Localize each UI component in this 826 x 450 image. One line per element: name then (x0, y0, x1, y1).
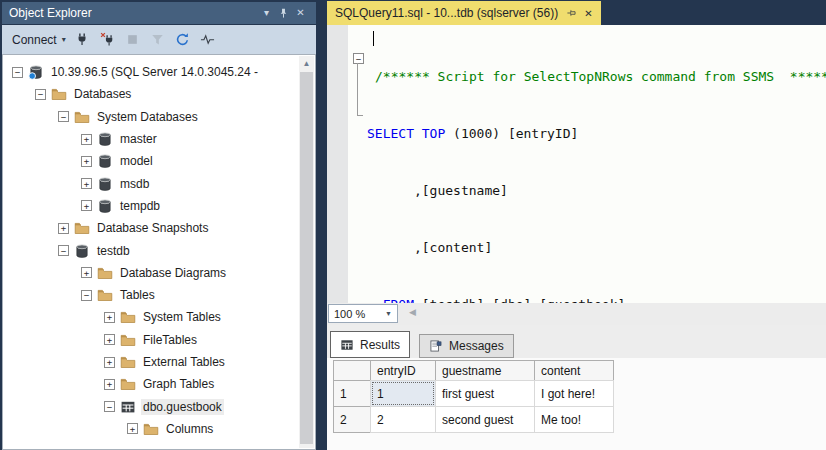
tree-item-database-snapshots[interactable]: +Database Snapshots (4, 217, 285, 239)
tree-item-label: Graph Tables (141, 376, 216, 392)
tree-item-databases[interactable]: −Databases (4, 83, 285, 105)
outline-guide-line (357, 63, 363, 116)
sql-editor[interactable]: − /****** Script for SelectTopNRows comm… (327, 25, 826, 303)
grid-cell-content-row1[interactable]: I got here! (534, 380, 614, 407)
window-position-button[interactable]: ▾ (258, 5, 275, 21)
expand-icon[interactable]: + (104, 334, 115, 345)
tree-item-label: Tables (118, 287, 157, 303)
tab-sqlquery11[interactable]: SQLQuery11.sql - 10...tdb (sqlserver (56… (327, 1, 601, 25)
grid-cell-content-row2[interactable]: Me too! (534, 406, 614, 433)
object-explorer-titlebar[interactable]: Object Explorer ▾ ✕ (2, 2, 316, 24)
collapse-icon[interactable]: − (35, 89, 46, 100)
tree-item-graph-tables[interactable]: +Graph Tables (4, 373, 285, 395)
expand-icon[interactable]: + (104, 357, 115, 368)
tree-item-label: Database Snapshots (95, 220, 210, 236)
expand-icon[interactable]: + (81, 267, 92, 278)
expand-icon[interactable]: + (58, 223, 69, 234)
collapse-icon[interactable]: − (58, 245, 69, 256)
filter-button[interactable] (147, 29, 169, 50)
grid-cell-guestname-row1[interactable]: first guest (435, 380, 535, 407)
tree-item-dbo-guestbook[interactable]: −dbo.guestbook (4, 395, 285, 417)
object-explorer-tree[interactable]: −10.39.96.5 (SQL Server 14.0.3045.24 - −… (2, 54, 316, 450)
column-header-guestname[interactable]: guestname (435, 360, 535, 381)
tree-item-tables[interactable]: −Tables (4, 284, 285, 306)
tree-item-label: System Databases (95, 109, 200, 125)
disconnect-button[interactable] (97, 29, 119, 50)
row-header-1[interactable]: 1 (333, 380, 371, 407)
connect-button[interactable]: Connect ▾ (9, 31, 69, 49)
close-icon: ✕ (584, 8, 592, 19)
messages-icon (429, 339, 443, 353)
pin-icon (277, 7, 290, 20)
scroll-up-arrow-icon[interactable]: ▲ (299, 56, 314, 71)
expand-icon[interactable]: + (104, 379, 115, 390)
tree-item-testdb[interactable]: −testdb (4, 239, 285, 261)
tree-item-label: testdb (95, 243, 132, 259)
zoom-level-combo[interactable]: 100 % ▼ (328, 304, 398, 323)
collapse-icon[interactable]: − (81, 290, 92, 301)
tree-item-label: 10.39.96.5 (SQL Server 14.0.3045.24 - (49, 64, 260, 80)
close-tab-button[interactable]: ✕ (584, 8, 592, 19)
tree-vertical-scrollbar[interactable]: ▲ (299, 56, 314, 448)
tree-item-filetables[interactable]: +FileTables (4, 329, 285, 351)
tree-item-label: tempdb (118, 198, 162, 214)
code-line-2: SELECT TOP (1000) [entryID] (367, 124, 826, 143)
grid-cell-entryid-row1[interactable]: 1 (370, 380, 436, 407)
server-icon (28, 64, 44, 80)
zoom-level-value: 100 % (334, 308, 365, 320)
close-panel-button[interactable]: ✕ (292, 5, 309, 21)
tree-item-database-diagrams[interactable]: +Database Diagrams (4, 262, 285, 284)
scrollbar-thumb[interactable] (300, 72, 313, 444)
tab-messages-label: Messages (449, 339, 504, 353)
collapse-icon[interactable]: − (58, 111, 69, 122)
scroll-left-arrow-icon[interactable]: ◀ (409, 307, 416, 317)
tree-item-model[interactable]: +model (4, 150, 285, 172)
tree-item-msdb[interactable]: +msdb (4, 172, 285, 194)
expand-icon[interactable]: + (81, 200, 92, 211)
tree-item-external-tables[interactable]: +External Tables (4, 351, 285, 373)
expand-icon[interactable]: + (81, 156, 92, 167)
row-header-2[interactable]: 2 (333, 406, 371, 433)
table-icon (120, 399, 136, 415)
code-line-5: FROM [testdb].[dbo].[guestbook] (367, 295, 826, 303)
tree-item-columns[interactable]: +Columns (4, 418, 285, 440)
folder-icon (120, 376, 136, 392)
expand-icon[interactable]: + (81, 178, 92, 189)
grid-cell-entryid-row2[interactable]: 2 (370, 406, 436, 433)
tree-item-10-39-96-5-sql-server-14-0-3045-24[interactable]: −10.39.96.5 (SQL Server 14.0.3045.24 - (4, 61, 285, 83)
grid-cell-guestname-row2[interactable]: second guest (435, 406, 535, 433)
column-header-content[interactable]: content (534, 360, 614, 381)
column-header-entryid[interactable]: entryID (370, 360, 436, 381)
expand-icon[interactable]: + (104, 312, 115, 323)
tree-item-label: dbo.guestbook (141, 399, 224, 415)
tree-item-tempdb[interactable]: +tempdb (4, 195, 285, 217)
disconnect-plug-icon (100, 32, 115, 47)
grid-corner-cell[interactable] (333, 360, 371, 381)
document-tab-title: SQLQuery11.sql - 10...tdb (sqlserver (56… (335, 6, 558, 20)
tab-results-label: Results (360, 338, 400, 352)
editor-gutter (327, 25, 348, 303)
tree-item-system-databases[interactable]: −System Databases (4, 106, 285, 128)
result-row-1: 11first guestI got here! (333, 381, 614, 407)
expand-icon[interactable]: + (81, 134, 92, 145)
folder-icon (74, 220, 90, 236)
tree-item-master[interactable]: +master (4, 128, 285, 150)
folder-icon (120, 354, 136, 370)
tab-messages[interactable]: Messages (419, 334, 514, 358)
expand-icon[interactable]: + (127, 423, 138, 434)
object-explorer-title: Object Explorer (9, 6, 92, 20)
tree-item-system-tables[interactable]: +System Tables (4, 306, 285, 328)
tree-item-label: master (118, 131, 159, 147)
tree-item-label: External Tables (141, 354, 227, 370)
tree-item-label: System Tables (141, 309, 223, 325)
collapse-icon[interactable]: − (12, 67, 23, 78)
refresh-button[interactable] (172, 29, 194, 50)
activity-monitor-button[interactable] (197, 29, 219, 50)
tab-results[interactable]: Results (330, 331, 410, 358)
connect-object-explorer-button[interactable] (72, 29, 94, 50)
pin-tab-button[interactable] (565, 7, 577, 19)
folder-icon (74, 109, 90, 125)
pin-panel-button[interactable] (275, 5, 292, 21)
collapse-icon[interactable]: − (104, 401, 115, 412)
stop-button[interactable] (122, 29, 144, 50)
